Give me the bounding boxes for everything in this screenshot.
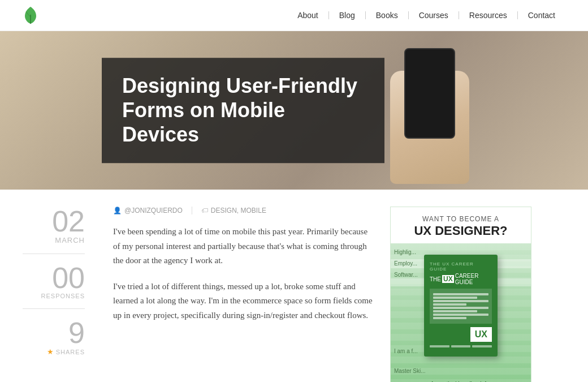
hero-title: Designing User-Friendly Forms on Mobile …: [122, 74, 364, 147]
book-ad-title-text: UX DESIGNER?: [414, 224, 507, 238]
shares-label-row: ★ SHARES: [23, 347, 85, 357]
page-line: [433, 307, 488, 309]
page-line: [433, 310, 477, 312]
book-career-guide: CAREER GUIDE: [455, 273, 492, 285]
bg-text-employ: Employ...: [394, 260, 417, 267]
book-ad-want: WANT TO BECOME A: [400, 215, 522, 223]
bg-text-iam: I am a f...: [394, 348, 418, 354]
book-cover-header: THE UX CAREER GUIDE: [430, 261, 492, 272]
content-area: 02 MARCH 00 RESPONSES 9 ★ SHARES 👤 @JONI…: [0, 190, 588, 382]
logo-area[interactable]: [23, 6, 38, 25]
ux-badge-row: UX: [430, 327, 492, 342]
meta-row: 👤 @JONIZQUIERDO 🏷 DESIGN, MOBILE: [113, 207, 373, 214]
phone-shape: [404, 48, 455, 139]
nav-books[interactable]: Books: [366, 11, 409, 19]
bottom-line: [451, 345, 471, 347]
left-sidebar: 02 MARCH 00 RESPONSES 9 ★ SHARES: [23, 207, 96, 382]
nav-contact[interactable]: Contact: [518, 11, 565, 19]
book-cover-title-line: THE UX CAREER GUIDE: [430, 273, 492, 285]
book-the-label: THE: [430, 276, 441, 282]
main-content: 👤 @JONIZQUIERDO 🏷 DESIGN, MOBILE I've be…: [113, 207, 373, 382]
site-header: About Blog Books Courses Resources Conta…: [0, 0, 588, 31]
page-line: [433, 297, 477, 299]
nav-about[interactable]: About: [287, 11, 329, 19]
star-icon: ★: [47, 347, 54, 357]
meta-separator: [192, 207, 192, 214]
category-labels: DESIGN, MOBILE: [211, 207, 266, 214]
ux-badge: UX: [470, 327, 492, 342]
bg-text-software: Softwar...: [394, 272, 418, 278]
hero-overlay: Designing User-Friendly Forms on Mobile …: [102, 58, 384, 163]
nav-resources[interactable]: Resources: [459, 11, 518, 19]
main-nav: About Blog Books Courses Resources Conta…: [287, 11, 565, 19]
shares-label: SHARES: [56, 349, 85, 355]
author-handle: @JONIZQUIERDO: [124, 207, 183, 214]
bottom-line: [472, 345, 492, 347]
book-bottom-lines: [430, 345, 492, 347]
page-line: [433, 317, 466, 319]
date-block: 02 MARCH: [23, 207, 85, 254]
page-line: [433, 293, 488, 295]
nav-courses[interactable]: Courses: [409, 11, 459, 19]
shares-count: 9: [23, 318, 85, 347]
article-paragraph-1: I've been spending a lot of time on mobi…: [113, 225, 373, 268]
book-ux-label: UX: [442, 275, 454, 283]
book-page-lines: [430, 289, 492, 324]
logo-icon: [23, 6, 38, 25]
book-ad-top: WANT TO BECOME A UX DESIGNER?: [391, 207, 531, 243]
responses-block: 00 RESPONSES: [23, 263, 85, 309]
meta-category: 🏷 DESIGN, MOBILE: [201, 207, 266, 214]
article-paragraph-2: I've tried a lot of different things, me…: [113, 280, 373, 323]
bg-text-master: Master Ski...: [394, 368, 426, 374]
page-line: [433, 314, 488, 316]
book-visual-area: Highlig... Employ... Softwar... I am a f…: [391, 243, 531, 382]
book-ad[interactable]: WANT TO BECOME A UX DESIGNER? Highlig...…: [390, 207, 531, 382]
responses-label: RESPONSES: [23, 293, 85, 299]
bg-text-highlight: Highlig...: [394, 249, 416, 255]
page-line: [433, 303, 466, 306]
tag-icon: 🏷: [201, 207, 208, 214]
shares-block: 9 ★ SHARES: [23, 318, 85, 357]
nav-blog[interactable]: Blog: [329, 11, 366, 19]
book-ad-title: UX DESIGNER?: [400, 224, 522, 238]
right-sidebar: WANT TO BECOME A UX DESIGNER? Highlig...…: [390, 207, 531, 382]
bottom-line: [430, 345, 449, 347]
hero-section: Designing User-Friendly Forms on Mobile …: [0, 31, 588, 190]
book-cover: THE UX CAREER GUIDE THE UX CAREER GUIDE: [424, 255, 498, 357]
person-icon: 👤: [113, 207, 122, 214]
responses-count: 00: [23, 263, 85, 293]
meta-author: 👤 @JONIZQUIERDO: [113, 207, 183, 214]
hero-illustration: [384, 37, 475, 184]
page-line: [433, 300, 488, 302]
date-day: 02: [23, 207, 85, 236]
